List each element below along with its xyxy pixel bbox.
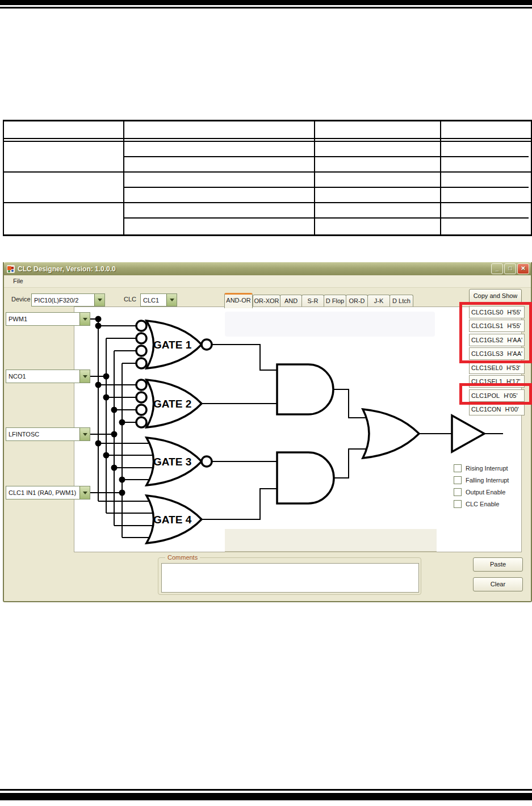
minimize-button[interactable]: _: [491, 263, 503, 274]
register-clc1pol[interactable]: CLC1POLH'05': [469, 389, 525, 402]
register-name: CLC1GLS1: [471, 322, 503, 329]
falling-interrupt-label: Falling Interrupt: [466, 477, 509, 484]
input-select-1-value: PWM1: [6, 316, 27, 322]
input-select-2[interactable]: NCO1: [6, 370, 90, 383]
input-select-4[interactable]: CLC1 IN1 (RA0, PWM1): [6, 486, 90, 499]
output-enable-checkbox[interactable]: [454, 488, 462, 496]
page-top-rule-thin: [0, 7, 532, 9]
register-clc1sel0[interactable]: CLC1SEL0H'53': [469, 362, 525, 374]
table-row-line-partial: [123, 217, 529, 219]
output-enable-label: Output Enable: [466, 489, 505, 496]
chevron-down-icon[interactable]: [79, 313, 90, 325]
falling-interrupt-row: Falling Interrupt: [454, 476, 509, 484]
gate3-label: GATE 3: [153, 456, 191, 468]
input-select-2-value: NCO1: [6, 373, 26, 380]
register-name: CLC1CON: [471, 406, 501, 413]
comments-label: Comments: [165, 554, 200, 561]
page-bottom-rule-thin: [0, 789, 532, 791]
chevron-down-icon[interactable]: [79, 370, 90, 383]
and2-shape: [277, 452, 334, 503]
tab-or-xor[interactable]: OR-XOR: [253, 295, 280, 307]
clc-label: CLC: [124, 296, 136, 303]
register-clc1gls3[interactable]: CLC1GLS3H'AA': [469, 347, 525, 360]
clc-designer-window: CLC Designer, Version: 1.0.0.0 _ □ ✕ Fil…: [3, 262, 532, 602]
logic-diagram-canvas: GATE 1 GATE 2 GATE 3 GATE 4: [74, 307, 522, 552]
window-title: CLC Designer, Version: 1.0.0.0: [18, 265, 116, 273]
register-value: H'55': [507, 322, 521, 329]
register-value: H'53': [506, 364, 520, 371]
logic-circuit: GATE 1 GATE 2 GATE 3 GATE 4: [74, 307, 521, 552]
table-row-line-partial: [123, 187, 529, 188]
table-row-line-partial: [123, 156, 529, 157]
tab-s-r[interactable]: S-R: [301, 295, 324, 307]
and1-shape: [277, 364, 333, 414]
tab-d-flop[interactable]: D Flop: [324, 295, 346, 307]
clc-enable-label: CLC Enable: [466, 501, 499, 507]
rising-interrupt-label: Rising Interrupt: [466, 465, 508, 472]
empty-table: [3, 120, 532, 236]
maximize-button[interactable]: □: [504, 263, 516, 274]
close-button[interactable]: ✕: [517, 263, 529, 274]
falling-interrupt-checkbox[interactable]: [454, 476, 462, 484]
device-value: PIC10(L)F320/2: [32, 297, 78, 304]
app-icon: [7, 265, 15, 273]
register-value: H'05': [504, 392, 517, 399]
chevron-down-icon[interactable]: [94, 294, 104, 306]
table-header-sep: [4, 138, 531, 139]
page-top-rule-thick: [0, 0, 532, 5]
table-header-sep2: [4, 141, 531, 142]
paste-button[interactable]: Paste: [473, 557, 523, 572]
register-clc1gls1[interactable]: CLC1GLS1H'55': [469, 320, 525, 332]
clc-enable-row: CLC Enable: [454, 500, 499, 508]
page-bottom-rule-thick: [0, 793, 532, 800]
register-name: CLC1GLS2: [471, 337, 503, 343]
register-name: CLC1GLS3: [471, 350, 503, 357]
tab-and[interactable]: AND: [280, 295, 302, 307]
tab-d-ltch[interactable]: D Ltch: [389, 295, 413, 307]
register-clc1gls0[interactable]: CLC1GLS0H'55': [469, 306, 525, 318]
register-name: CLC1POL: [471, 392, 500, 399]
tab-and-or[interactable]: AND-OR: [224, 293, 253, 308]
title-bar[interactable]: CLC Designer, Version: 1.0.0.0 _ □ ✕: [4, 262, 531, 275]
chevron-down-icon[interactable]: [79, 428, 90, 440]
tab-j-k[interactable]: J-K: [367, 295, 390, 307]
register-value: H'AA': [507, 350, 522, 357]
clear-button[interactable]: Clear: [473, 577, 523, 591]
register-value: H'00': [505, 406, 519, 413]
output-enable-row: Output Enable: [454, 488, 505, 496]
clc-value: CLC1: [141, 297, 159, 304]
table-row-line-full: [4, 202, 531, 203]
gate1-label: GATE 1: [153, 339, 192, 351]
document-page: { "window": { "title": "CLC Designer, Ve…: [0, 0, 532, 806]
table-row-line-full: [4, 171, 531, 173]
device-select[interactable]: PIC10(L)F320/2: [31, 293, 105, 307]
menu-bar: File: [4, 275, 531, 288]
device-label: Device: [11, 296, 31, 303]
copy-and-show-button[interactable]: Copy and Show: [469, 289, 522, 303]
chevron-down-icon[interactable]: [79, 486, 90, 499]
tab-or-d[interactable]: OR-D: [346, 295, 368, 307]
register-value: H'17': [506, 378, 520, 385]
clc-enable-checkbox[interactable]: [454, 500, 462, 508]
input-select-3[interactable]: LFINTOSC: [6, 427, 90, 441]
register-clc1gls2[interactable]: CLC1GLS2H'AA': [469, 334, 525, 346]
input-select-3-value: LFINTOSC: [6, 431, 39, 438]
clc-select[interactable]: CLC1: [140, 293, 177, 307]
rising-interrupt-row: Rising Interrupt: [454, 464, 508, 472]
menu-file[interactable]: File: [9, 276, 28, 286]
register-name: CLC1SEL1: [471, 378, 502, 385]
buffer-shape: [452, 415, 484, 452]
register-value: H'55': [507, 309, 521, 316]
register-clc1sel1[interactable]: CLC1SEL1H'17': [469, 375, 525, 388]
register-name: CLC1GLS0: [471, 309, 503, 316]
or-output-shape: [363, 409, 419, 458]
input-select-4-value: CLC1 IN1 (RA0, PWM1): [6, 489, 76, 496]
register-clc1con[interactable]: CLC1CONH'00': [469, 403, 525, 415]
register-value: H'AA': [507, 337, 522, 343]
rising-interrupt-checkbox[interactable]: [454, 464, 462, 472]
input-select-1[interactable]: PWM1: [6, 312, 90, 326]
chevron-down-icon[interactable]: [166, 294, 177, 306]
gate4-label: GATE 4: [153, 514, 192, 526]
comments-textarea[interactable]: [161, 563, 419, 593]
gate2-label: GATE 2: [153, 398, 191, 410]
